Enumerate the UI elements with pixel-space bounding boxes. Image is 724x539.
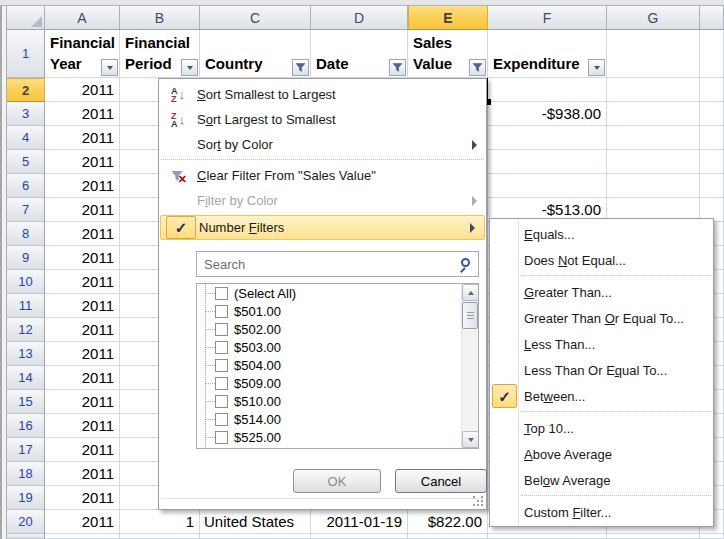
filter-value-row[interactable]: $509.00 [197, 374, 478, 392]
row-header-16[interactable]: 16 [7, 414, 45, 438]
column-header-E[interactable]: E [408, 6, 488, 30]
submenu-item-top-10[interactable]: Top 10... [490, 415, 713, 441]
row-header-8[interactable]: 8 [7, 222, 45, 246]
filter-button-D[interactable] [389, 59, 406, 76]
cell-F5[interactable] [488, 150, 607, 174]
header-cell-C[interactable]: Country [200, 30, 311, 78]
cell-A19[interactable]: 2011 [45, 486, 120, 510]
filter-value-row[interactable]: $514.00 [197, 410, 478, 428]
cell-G5[interactable] [607, 150, 700, 174]
filter-button-A[interactable] [101, 59, 118, 76]
row-header-2[interactable]: 2 [7, 78, 45, 102]
row-header-9[interactable]: 9 [7, 246, 45, 270]
row-header-1[interactable]: 1 [7, 30, 45, 78]
cell-A21[interactable] [45, 534, 120, 539]
cell-A4[interactable]: 2011 [45, 126, 120, 150]
cell-G2[interactable] [607, 78, 700, 102]
filter-value-row[interactable]: $525.00 [197, 428, 478, 446]
filter-button-B[interactable] [181, 59, 198, 76]
cell-H21[interactable] [700, 534, 724, 539]
value-checkbox[interactable] [215, 323, 228, 336]
value-checkbox[interactable] [215, 341, 228, 354]
cell-C21[interactable] [200, 534, 311, 539]
row-header-17[interactable]: 17 [7, 438, 45, 462]
menu-item-sort-largest-to-smallest[interactable]: ZA↓Sort Largest to Smallest [159, 107, 486, 132]
submenu-item-below-average[interactable]: Below Average [490, 467, 713, 493]
search-input[interactable] [197, 252, 478, 276]
cell-A7[interactable]: 2011 [45, 198, 120, 222]
filter-value-row[interactable]: $502.00 [197, 320, 478, 338]
cell-A20[interactable]: 2011 [45, 510, 120, 534]
filter-value-row[interactable]: $501.00 [197, 302, 478, 320]
row-header-19[interactable]: 19 [7, 486, 45, 510]
row-header-6[interactable]: 6 [7, 174, 45, 198]
cell-A3[interactable]: 2011 [45, 102, 120, 126]
row-header-14[interactable]: 14 [7, 366, 45, 390]
cell-A8[interactable]: 2011 [45, 222, 120, 246]
cell-A10[interactable]: 2011 [45, 270, 120, 294]
column-header-C[interactable]: C [200, 6, 311, 30]
menu-item-sort-smallest-to-largest[interactable]: AZ↓Sort Smallest to Largest [159, 82, 486, 107]
row-header-18[interactable]: 18 [7, 462, 45, 486]
menu-item-sort-by-color[interactable]: Sort by Color [159, 132, 486, 157]
row-header-12[interactable]: 12 [7, 318, 45, 342]
cell-H6[interactable] [700, 174, 724, 198]
value-checkbox[interactable] [215, 413, 228, 426]
header-cell-G[interactable] [607, 30, 700, 78]
cell-G4[interactable] [607, 126, 700, 150]
cell-A13[interactable]: 2011 [45, 342, 120, 366]
cancel-button[interactable]: Cancel [395, 469, 487, 493]
submenu-item-above-average[interactable]: Above Average [490, 441, 713, 467]
row-header-15[interactable]: 15 [7, 390, 45, 414]
cell-A18[interactable]: 2011 [45, 462, 120, 486]
resize-grip[interactable] [473, 496, 483, 506]
filter-value-row[interactable]: $510.00 [197, 392, 478, 410]
cell-D21[interactable] [311, 534, 408, 539]
scroll-up-button[interactable] [462, 284, 479, 301]
row-header-21[interactable] [7, 534, 45, 539]
cell-A11[interactable]: 2011 [45, 294, 120, 318]
filter-value-row[interactable]: (Select All) [197, 284, 478, 302]
column-header-B[interactable]: B [120, 6, 200, 30]
value-checkbox[interactable] [215, 305, 228, 318]
submenu-item-greater-than[interactable]: Greater Than... [490, 279, 713, 305]
submenu-item-greater-than-or-equal-to[interactable]: Greater Than Or Equal To... [490, 305, 713, 331]
cell-B20[interactable]: 1 [120, 510, 200, 534]
cell-F2[interactable] [488, 78, 607, 102]
row-header-13[interactable]: 13 [7, 342, 45, 366]
menu-item-number-filters[interactable]: ✓Number Filters [160, 215, 485, 240]
list-scrollbar[interactable] [461, 284, 478, 448]
header-cell-A[interactable]: Financial Year [45, 30, 120, 78]
menu-item-clear-filter-from-sales-value[interactable]: ✕Clear Filter From "Sales Value" [159, 163, 486, 188]
column-header-A[interactable]: A [45, 6, 120, 30]
cell-H3[interactable] [700, 102, 724, 126]
row-header-20[interactable]: 20 [7, 510, 45, 534]
filter-value-row[interactable]: $503.00 [197, 338, 478, 356]
row-header-4[interactable]: 4 [7, 126, 45, 150]
value-checkbox[interactable] [215, 449, 228, 450]
value-checkbox[interactable] [215, 395, 228, 408]
row-header-11[interactable]: 11 [7, 294, 45, 318]
row-header-5[interactable]: 5 [7, 150, 45, 174]
submenu-item-between[interactable]: ✓Between... [490, 383, 713, 409]
cell-A2[interactable]: 2011 [45, 78, 120, 102]
filter-button-E[interactable] [469, 59, 486, 76]
cell-F6[interactable] [488, 174, 607, 198]
submenu-item-equals[interactable]: Equals... [490, 221, 713, 247]
row-header-7[interactable]: 7 [7, 198, 45, 222]
header-cell-E[interactable]: Sales Value [408, 30, 488, 78]
cell-H2[interactable] [700, 78, 724, 102]
submenu-item-less-than-or-equal-to[interactable]: Less Than Or Equal To... [490, 357, 713, 383]
value-checkbox[interactable] [215, 359, 228, 372]
filter-value-row-partial[interactable] [197, 446, 478, 449]
cell-B21[interactable] [120, 534, 200, 539]
cell-F4[interactable] [488, 126, 607, 150]
column-header-F[interactable]: F [488, 6, 607, 30]
cell-G6[interactable] [607, 174, 700, 198]
cell-E21[interactable] [408, 534, 488, 539]
cell-F3[interactable]: -$938.00 [488, 102, 607, 126]
filter-button-F[interactable] [588, 59, 605, 76]
scroll-down-button[interactable] [462, 431, 479, 448]
scrollbar-thumb[interactable] [462, 302, 478, 329]
column-header-H[interactable] [700, 6, 724, 30]
